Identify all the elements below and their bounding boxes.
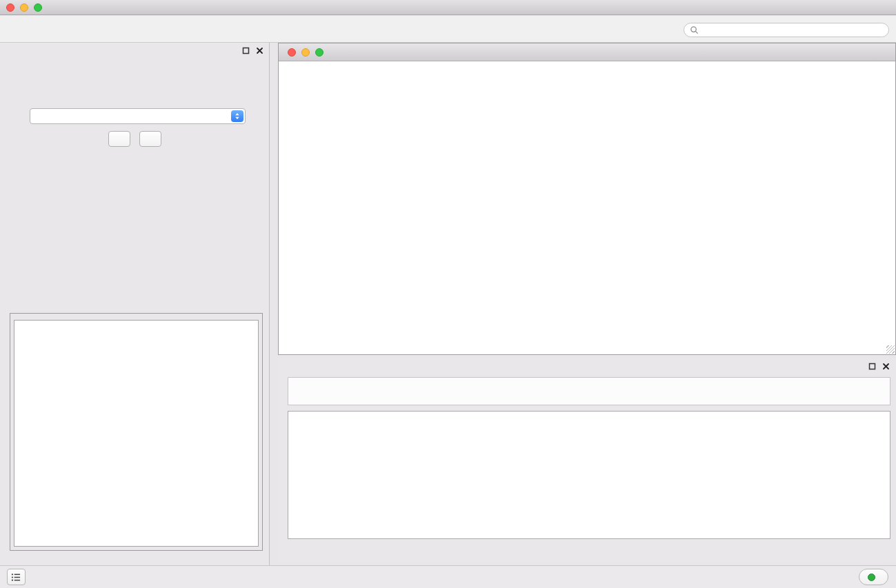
table-panel bbox=[278, 358, 896, 562]
network-window bbox=[278, 43, 896, 355]
memory-button[interactable] bbox=[859, 569, 888, 585]
title-bar bbox=[0, 0, 896, 15]
network-graph bbox=[279, 61, 895, 354]
network-close-button[interactable] bbox=[288, 48, 296, 57]
main-toolbar bbox=[0, 16, 896, 43]
control-panel-buttons bbox=[0, 131, 269, 147]
control-panel bbox=[0, 43, 270, 565]
close-window-button[interactable] bbox=[6, 3, 14, 12]
network-window-titlebar[interactable] bbox=[279, 43, 895, 61]
window-controls bbox=[6, 3, 42, 12]
network-canvas[interactable] bbox=[279, 61, 895, 354]
search-box bbox=[684, 23, 889, 37]
close-panel-button[interactable] bbox=[139, 131, 161, 147]
table-panel-controls bbox=[868, 363, 890, 370]
network-minimize-button[interactable] bbox=[301, 48, 310, 57]
close-table-panel-icon[interactable] bbox=[882, 363, 890, 370]
run-mcds-button[interactable] bbox=[108, 131, 130, 147]
status-bar bbox=[0, 565, 896, 588]
optimization-dropdown[interactable] bbox=[30, 108, 246, 124]
float-table-panel-icon[interactable] bbox=[868, 363, 876, 370]
mcds-result-list[interactable] bbox=[14, 320, 259, 547]
search-input[interactable] bbox=[702, 26, 883, 35]
show-panels-button[interactable] bbox=[7, 569, 26, 585]
memory-status-icon bbox=[868, 574, 875, 581]
mcds-result-group bbox=[10, 313, 263, 551]
close-panel-icon[interactable] bbox=[256, 47, 263, 54]
zoom-window-button[interactable] bbox=[34, 3, 42, 12]
minimize-window-button[interactable] bbox=[20, 3, 28, 12]
search-icon bbox=[690, 26, 699, 34]
dropdown-stepper-icon bbox=[231, 110, 243, 122]
node-table-container bbox=[288, 411, 890, 539]
network-window-controls bbox=[288, 48, 323, 57]
resize-grip[interactable] bbox=[886, 345, 895, 354]
float-panel-icon[interactable] bbox=[242, 47, 250, 54]
list-icon bbox=[11, 573, 21, 582]
control-panel-controls bbox=[242, 47, 263, 54]
network-zoom-button[interactable] bbox=[315, 48, 323, 57]
table-toolbar bbox=[288, 377, 890, 405]
